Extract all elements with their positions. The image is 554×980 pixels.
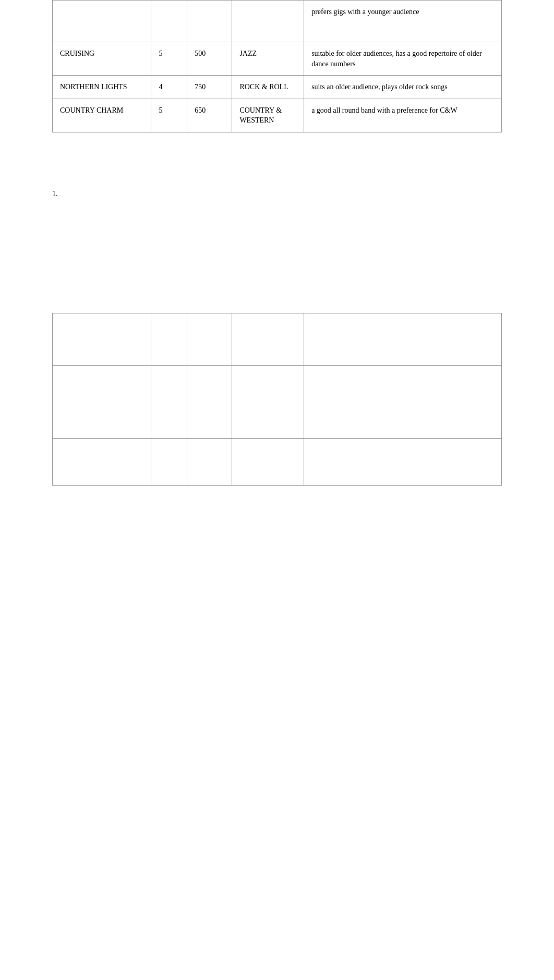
cell-desc-2: suits an older audience, plays older roc… — [304, 76, 502, 99]
bottom-cell-1-2 — [151, 313, 187, 365]
bottom-cell-2-2 — [151, 365, 187, 438]
cell-desc-3: a good all round band with a preference … — [304, 99, 502, 132]
space-below-number — [52, 209, 502, 313]
bottom-cell-3-4 — [232, 438, 304, 485]
cell-num2-1: 500 — [187, 42, 232, 76]
bottom-cell-2-3 — [187, 365, 232, 438]
bottom-table-row-3 — [53, 438, 502, 485]
table-row-2: NORTHERN LIGHTS 4 750 ROCK & ROLL suits … — [53, 76, 502, 99]
top-table-wrapper: prefers gigs with a younger audience CRU… — [52, 0, 502, 132]
cell-num1-partial — [151, 1, 187, 42]
cell-desc-partial: prefers gigs with a younger audience — [304, 1, 502, 42]
bottom-cell-3-3 — [187, 438, 232, 485]
table-row-1: CRUISING 5 500 JAZZ suitable for older a… — [53, 42, 502, 76]
table-row-partial: prefers gigs with a younger audience — [53, 1, 502, 42]
cell-name-1: CRUISING — [53, 42, 151, 76]
cell-num2-3: 650 — [187, 99, 232, 132]
bottom-cell-2-5 — [304, 365, 502, 438]
bottom-table — [52, 313, 502, 486]
cell-desc-1: suitable for older audiences, has a good… — [304, 42, 502, 76]
cell-num1-1: 5 — [151, 42, 187, 76]
cell-name-2: NORTHERN LIGHTS — [53, 76, 151, 99]
bottom-cell-1-3 — [187, 313, 232, 365]
bottom-table-row-2 — [53, 365, 502, 438]
cell-num2-2: 750 — [187, 76, 232, 99]
bottom-cell-1-4 — [232, 313, 304, 365]
cell-num2-partial — [187, 1, 232, 42]
bottom-cell-3-1 — [53, 438, 151, 485]
numbered-item: 1. — [52, 190, 502, 198]
bottom-cell-3-2 — [151, 438, 187, 485]
bottom-cell-2-4 — [232, 365, 304, 438]
top-table: prefers gigs with a younger audience CRU… — [52, 0, 502, 132]
bottom-cell-2-1 — [53, 365, 151, 438]
bottom-cell-1-5 — [304, 313, 502, 365]
cell-num1-2: 4 — [151, 76, 187, 99]
cell-genre-1: JAZZ — [232, 42, 304, 76]
bottom-cell-3-5 — [304, 438, 502, 485]
section-gap — [52, 132, 502, 174]
bottom-table-row-1 — [53, 313, 502, 365]
bottom-cell-1-1 — [53, 313, 151, 365]
table-row-3: COUNTRY CHARM 5 650 COUNTRY & WESTERN a … — [53, 99, 502, 132]
cell-num1-3: 5 — [151, 99, 187, 132]
cell-name-partial — [53, 1, 151, 42]
cell-name-3: COUNTRY CHARM — [53, 99, 151, 132]
bottom-table-wrapper — [52, 313, 502, 486]
cell-genre-2: ROCK & ROLL — [232, 76, 304, 99]
cell-genre-partial — [232, 1, 304, 42]
cell-genre-3: COUNTRY & WESTERN — [232, 99, 304, 132]
